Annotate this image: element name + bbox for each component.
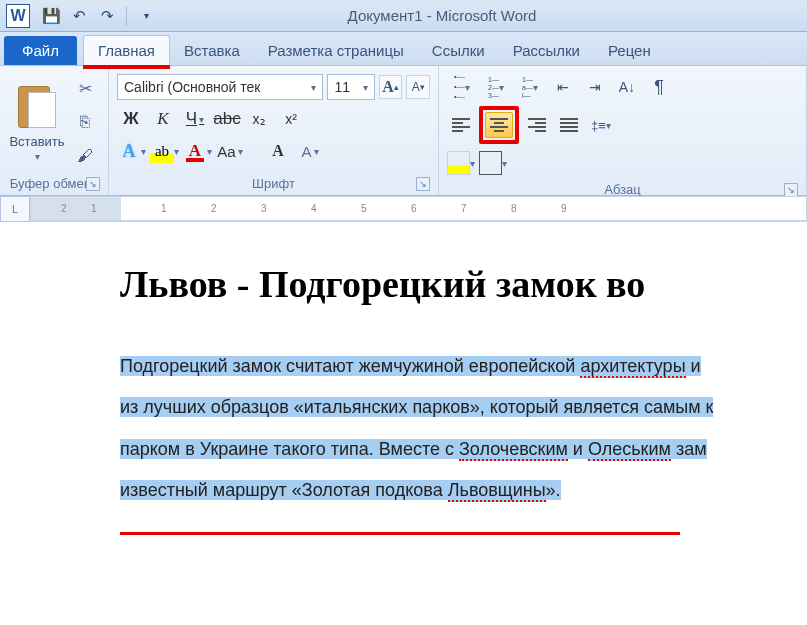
clear-formatting-button[interactable]: A▾ xyxy=(296,138,324,164)
clipboard-launcher-icon[interactable]: ↘ xyxy=(86,177,100,191)
document-area[interactable]: Львов - Подгорецкий замок во Подгорецкий… xyxy=(0,222,807,532)
bold-button[interactable]: Ж xyxy=(117,106,145,132)
justify-button[interactable] xyxy=(555,112,583,138)
ruler-row: L 2 1 1 2 3 4 5 6 7 8 9 xyxy=(0,196,807,222)
align-right-button[interactable] xyxy=(523,112,551,138)
line-spacing-button[interactable]: ‡≡▾ xyxy=(587,112,615,138)
tab-insert[interactable]: Вставка xyxy=(170,36,254,65)
font-color-button[interactable]: A▾ xyxy=(183,139,212,163)
superscript-button[interactable]: x² xyxy=(277,106,305,132)
bullets-button[interactable]: •—•—•—▾ xyxy=(447,74,477,100)
save-icon[interactable]: 💾 xyxy=(40,5,62,27)
align-center-highlight xyxy=(479,106,519,144)
shrink-font-button[interactable]: A▾ xyxy=(406,75,430,99)
grow-font-alt[interactable]: A xyxy=(264,138,292,164)
horizontal-ruler[interactable]: 2 1 1 2 3 4 5 6 7 8 9 xyxy=(30,196,807,221)
undo-icon[interactable]: ↶ xyxy=(68,5,90,27)
shading-button[interactable]: ▾ xyxy=(447,150,475,176)
show-marks-button[interactable]: ¶ xyxy=(645,74,673,100)
numbering-button[interactable]: 1—2—3—▾ xyxy=(481,74,511,100)
quick-access-toolbar: 💾 ↶ ↷ ▾ xyxy=(40,5,157,27)
change-case-button[interactable]: Aa▾ xyxy=(216,138,244,164)
cut-icon[interactable]: ✂ xyxy=(70,75,100,101)
group-font: Calibri (Основной тек▾ 11▾ A▴ A▾ Ж К Ч▾ … xyxy=(109,66,439,195)
group-label-clipboard: Буфер обмена ↘ xyxy=(6,174,102,193)
align-center-button[interactable] xyxy=(485,112,513,138)
sort-button[interactable]: A↓ xyxy=(613,74,641,100)
grow-font-button[interactable]: A▴ xyxy=(379,75,403,99)
tab-mailings[interactable]: Рассылки xyxy=(499,36,594,65)
strikethrough-button[interactable]: abc xyxy=(213,106,241,132)
increase-indent-button[interactable]: ⇥ xyxy=(581,74,609,100)
underline-button[interactable]: Ч▾ xyxy=(181,106,209,132)
ribbon: Вставить ▾ ✂ ⎘ 🖌 Буфер обмена ↘ Calibri … xyxy=(0,66,807,196)
qat-customize-icon[interactable]: ▾ xyxy=(135,5,157,27)
paste-button[interactable]: Вставить ▾ xyxy=(6,70,68,174)
highlight-button[interactable]: ab▾ xyxy=(150,139,179,163)
redo-icon[interactable]: ↷ xyxy=(96,5,118,27)
annotation-underline xyxy=(120,532,680,535)
multilevel-list-button[interactable]: 1— a— i—▾ xyxy=(515,74,545,100)
ribbon-tabs: Файл Главная Вставка Разметка страницы С… xyxy=(0,32,807,66)
tab-file[interactable]: Файл xyxy=(4,36,77,65)
app-icon[interactable]: W xyxy=(4,2,32,30)
font-launcher-icon[interactable]: ↘ xyxy=(416,177,430,191)
document-paragraph[interactable]: Подгорецкий замок считают жемчужиной евр… xyxy=(120,346,777,512)
group-label-font: Шрифт ↘ xyxy=(115,174,432,193)
paragraph-launcher-icon[interactable]: ↘ xyxy=(784,183,798,197)
subscript-button[interactable]: x₂ xyxy=(245,106,273,132)
tab-review[interactable]: Рецен xyxy=(594,36,665,65)
copy-icon[interactable]: ⎘ xyxy=(70,109,100,135)
tab-page-layout[interactable]: Разметка страницы xyxy=(254,36,418,65)
window-title: Документ1 - Microsoft Word xyxy=(157,7,807,24)
tab-selector[interactable]: L xyxy=(0,196,30,222)
decrease-indent-button[interactable]: ⇤ xyxy=(549,74,577,100)
tab-home[interactable]: Главная xyxy=(83,35,170,65)
align-left-button[interactable] xyxy=(447,112,475,138)
borders-button[interactable]: ▾ xyxy=(479,150,507,176)
font-name-combo[interactable]: Calibri (Основной тек▾ xyxy=(117,74,323,100)
document-heading[interactable]: Львов - Подгорецкий замок во xyxy=(120,262,777,306)
italic-button[interactable]: К xyxy=(149,106,177,132)
font-size-combo[interactable]: 11▾ xyxy=(327,74,374,100)
group-paragraph: •—•—•—▾ 1—2—3—▾ 1— a— i—▾ ⇤ ⇥ A↓ ¶ ‡≡▾ ▾… xyxy=(439,66,807,195)
text-effects-button[interactable]: A▾ xyxy=(117,139,146,163)
format-painter-icon[interactable]: 🖌 xyxy=(70,143,100,169)
paste-icon xyxy=(16,82,58,132)
group-clipboard: Вставить ▾ ✂ ⎘ 🖌 Буфер обмена ↘ xyxy=(0,66,109,195)
title-bar: W 💾 ↶ ↷ ▾ Документ1 - Microsoft Word xyxy=(0,0,807,32)
tab-references[interactable]: Ссылки xyxy=(418,36,499,65)
